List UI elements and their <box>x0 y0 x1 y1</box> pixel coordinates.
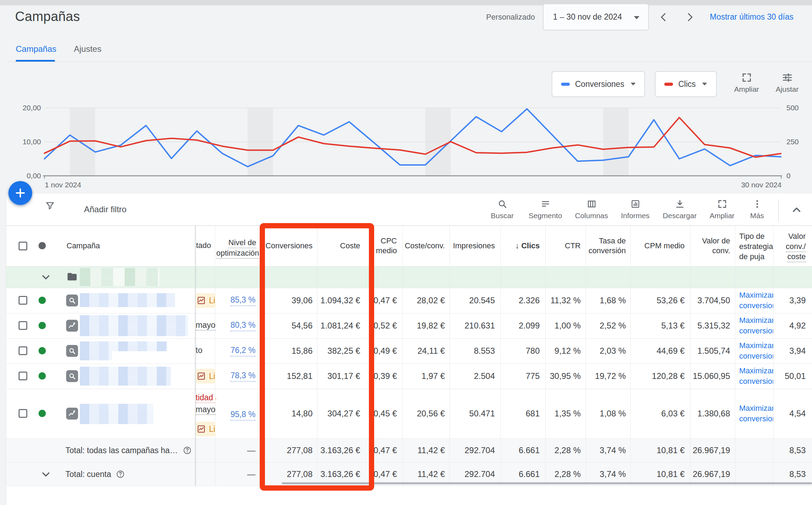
y-axis-right-tick: 0 <box>786 172 791 180</box>
row-divider <box>6 486 812 486</box>
total-cell-tasa-conversion: 3,74 % <box>573 469 626 479</box>
column-header-valor-conv[interactable]: Valor deconv. <box>653 236 730 256</box>
toolbar-mas-button[interactable]: Más <box>736 199 778 220</box>
total-cell-cpm-medio: 10,81 € <box>632 469 685 479</box>
previous-range-button[interactable] <box>657 10 671 24</box>
campaign-table: CampañaEstadoNivel deoptimizaciónConvers… <box>6 226 812 489</box>
row-divider <box>6 364 812 364</box>
row-checkbox[interactable] <box>19 409 27 418</box>
cell-ctr: 11,32 % <box>528 296 581 305</box>
cell-valor-conv: 5.315,32 <box>678 321 730 331</box>
expand-icon <box>741 72 752 83</box>
filter-funnel-icon <box>45 200 55 211</box>
optimization-score-link[interactable]: 78,3 % <box>216 371 255 380</box>
add-campaign-fab[interactable] <box>8 181 32 205</box>
buscar-icon <box>497 199 507 209</box>
optimization-score-link[interactable]: 80,3 % <box>216 320 255 330</box>
y-axis-left-tick: 20,00 <box>22 104 41 112</box>
toolbar-label: Informes <box>621 212 650 220</box>
show-last-30-days-link[interactable]: Mostrar últimos 30 días <box>710 12 793 22</box>
total-cell-coste-conv: 11,42 € <box>392 445 445 455</box>
cell-valor-conv: 15.060,95 <box>678 371 730 381</box>
chevron-down-icon <box>631 83 636 85</box>
expand-group-chevron[interactable] <box>40 271 52 283</box>
column-divider <box>735 226 735 486</box>
chart-adjust-button[interactable]: Ajustar <box>768 72 806 94</box>
tab-settings[interactable]: Ajustes <box>74 44 102 54</box>
expand-icon <box>741 72 752 83</box>
total-row-label-group: Total: cuenta <box>65 469 125 480</box>
search-campaign-icon <box>66 295 78 306</box>
select-all-checkbox[interactable] <box>19 242 27 250</box>
total-cell-valor-conv: 26.967,19 <box>678 469 730 479</box>
metric-selector-clicks[interactable]: Clics <box>655 71 717 97</box>
add-filter-button[interactable]: Añadir filtro <box>84 205 126 214</box>
total-cell-tasa-conversion: 3,74 % <box>573 445 626 455</box>
mas-icon <box>752 199 762 209</box>
collapse-table-button[interactable] <box>790 203 803 216</box>
page-title: Campañas <box>15 9 80 24</box>
toolbar-buscar-button[interactable]: Buscar <box>481 199 523 220</box>
blurred-group-name <box>80 268 160 286</box>
optimization-score-link[interactable]: 95,8 % <box>216 410 255 419</box>
metric-selector-conversions[interactable]: Conversiones <box>552 71 645 97</box>
total-cell-coste-conv: 11,42 € <box>392 469 445 479</box>
cell-tasa-conversion: 2,52 % <box>573 321 626 331</box>
date-range-selector[interactable]: 1 – 30 nov de 2024 <box>543 4 649 30</box>
performance-max-campaign-icon <box>66 320 78 332</box>
row-checkbox[interactable] <box>19 321 27 330</box>
descargar-icon <box>675 199 685 209</box>
browser-top-strip <box>0 0 812 5</box>
toolbar-label: Columnas <box>575 212 608 220</box>
cell-ctr: 30,95 % <box>528 371 581 381</box>
optimization-score-link[interactable]: 76,2 % <box>216 346 255 355</box>
expand-account-total-chevron[interactable] <box>40 468 52 480</box>
toolbar-informes-button[interactable]: Informes <box>614 199 656 220</box>
column-header-campaign[interactable]: Campaña <box>66 241 100 251</box>
blurred-campaign-name <box>80 351 112 360</box>
limited-badge-text: Li <box>209 372 215 381</box>
tab-campaigns[interactable]: Campañas <box>16 44 56 54</box>
cell-cpm-medio: 5,13 € <box>632 321 685 331</box>
toolbar-segmento-button[interactable]: Segmento <box>524 199 566 220</box>
column-header-estado[interactable]: Estado <box>196 241 215 251</box>
chevron-up-icon <box>790 203 803 216</box>
toolbar-columnas-button[interactable]: Columnas <box>570 199 612 220</box>
row-checkbox[interactable] <box>19 346 27 355</box>
y-axis-left-tick: 10,00 <box>22 138 41 146</box>
blurred-campaign-name <box>80 367 171 386</box>
row-divider <box>6 389 812 389</box>
cell-tasa-conversion: 1,68 % <box>573 296 626 305</box>
ampliar-icon <box>717 199 727 209</box>
chart-expand-button[interactable]: Ampliar <box>727 72 766 94</box>
total-row-label-group: Total: todas las campañas ha… <box>65 445 192 456</box>
cell-ctr: 1,35 % <box>528 409 581 418</box>
cell-valor-conv-coste: 3,94 <box>753 346 806 356</box>
blurred-campaign-name <box>80 341 167 351</box>
campaign-table-card: Añadir filtro BuscarSegmentoColumnasInfo… <box>6 194 812 505</box>
campaign-status-text: mayor <box>196 405 216 417</box>
search-campaign-icon <box>66 345 78 357</box>
toolbar-label: Descargar <box>663 212 697 220</box>
filter-funnel-icon[interactable] <box>45 200 55 211</box>
toolbar-descargar-button[interactable]: Descargar <box>659 199 701 220</box>
cell-tasa-conversion: 19,72 % <box>573 371 626 381</box>
total-cell-valor-conv: 26.967,19 <box>678 445 730 455</box>
next-range-button[interactable] <box>683 10 697 24</box>
clicks-series-dash-icon <box>664 83 673 86</box>
cell-ctr: 1,00 % <box>528 321 581 331</box>
toolbar-label: Ampliar <box>709 212 734 220</box>
cell-cpm-medio: 44,69 € <box>632 346 685 356</box>
help-icon[interactable] <box>183 446 192 455</box>
enabled-status-dot <box>38 297 46 304</box>
segmento-icon <box>540 199 551 209</box>
tune-icon <box>782 72 793 83</box>
row-checkbox[interactable] <box>19 372 27 380</box>
enabled-status-dot <box>38 347 46 354</box>
optimization-score-link[interactable]: 85,3 % <box>216 295 255 305</box>
help-icon[interactable] <box>116 470 125 479</box>
column-header-valor-conv-coste[interactable]: Valorconv./coste <box>753 231 806 262</box>
row-divider <box>6 438 812 439</box>
row-checkbox[interactable] <box>19 296 27 305</box>
date-range-value: 1 – 30 nov de 2024 <box>553 12 622 22</box>
